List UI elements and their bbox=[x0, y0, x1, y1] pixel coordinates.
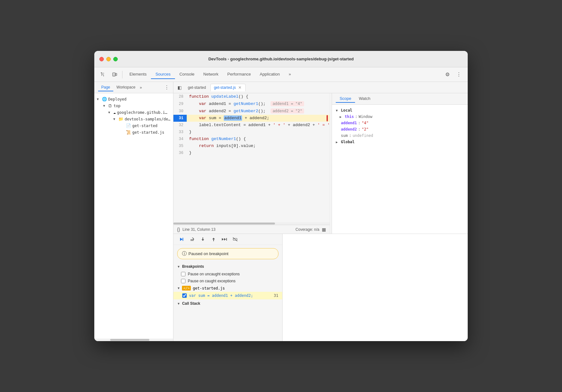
scope-sum[interactable]: sum : undefined bbox=[332, 132, 468, 139]
scope-this[interactable]: ▶ this : Window bbox=[332, 113, 468, 120]
tab-application[interactable]: Application bbox=[255, 70, 284, 79]
coverage-icon[interactable]: ▦ bbox=[322, 227, 326, 232]
tab-bar: Elements Sources Console Network Perform… bbox=[125, 70, 441, 79]
title-bar: DevTools - googlechrome.github.io/devtoo… bbox=[94, 51, 468, 67]
step-into-btn[interactable] bbox=[199, 236, 207, 243]
file-tree: ▼ 🌐 Deployed ▼ 🗋 top ▼ ☁ googlechrome.gi… bbox=[94, 93, 173, 339]
scope-tab-watch[interactable]: Watch bbox=[355, 95, 374, 103]
breakpoint-item[interactable]: var sum = addend1 + addend2; 31 bbox=[173, 292, 282, 299]
tree-item-get-started[interactable]: 📄 get-started bbox=[94, 122, 173, 129]
editor-tab-get-started[interactable]: get-started bbox=[185, 84, 209, 91]
deactivate-bp-btn[interactable] bbox=[231, 236, 239, 243]
step-over-btn[interactable] bbox=[188, 236, 196, 243]
bp-file-label: get-started.js bbox=[193, 286, 225, 291]
breakpoints-arrow: ▼ bbox=[177, 265, 180, 268]
deactivate-icon bbox=[233, 237, 238, 242]
scope-local-header[interactable]: ▼ Local bbox=[332, 107, 468, 113]
line-content-33: } bbox=[187, 129, 192, 136]
scope-arrow-global: ▶ bbox=[336, 140, 340, 144]
scope-global-header[interactable]: ▶ Global Window bbox=[332, 139, 468, 145]
line-content-36: } bbox=[187, 150, 192, 156]
close-button[interactable] bbox=[99, 57, 104, 61]
line-content-32: label.textContent = addend1 + ' + ' + ad… bbox=[187, 122, 330, 129]
get-started-js-label: get-started.js bbox=[132, 130, 164, 135]
left-scrollbar-thumb[interactable] bbox=[110, 339, 149, 341]
status-right: Coverage: n/a ▦ bbox=[296, 227, 326, 232]
step-out-btn[interactable] bbox=[209, 236, 218, 243]
settings-button[interactable]: ⚙ bbox=[442, 70, 453, 79]
deployed-icon: 🌐 bbox=[102, 97, 107, 101]
bp-checkbox[interactable] bbox=[182, 293, 187, 298]
breakpoint-file-header[interactable]: ▼ </> get-started.js bbox=[173, 285, 282, 292]
code-line-34: 34 function getNumber1() { bbox=[173, 136, 330, 143]
tab-network[interactable]: Network bbox=[199, 70, 223, 79]
scope-this-key: this bbox=[345, 114, 354, 119]
line-content-29: var addend1 = getNumber1();addend1 = "4" bbox=[187, 100, 304, 107]
file-icon: 📄 bbox=[126, 123, 131, 128]
line-num-32: 32 bbox=[173, 122, 187, 129]
code-editor[interactable]: 28 function updateLabel() { 29 var adden… bbox=[173, 93, 330, 222]
tree-item-devtools-samples[interactable]: ▼ 📁 devtools-samples/de… bbox=[94, 116, 173, 122]
pause-caught-checkbox[interactable] bbox=[181, 279, 185, 283]
left-tab-more[interactable]: » bbox=[140, 85, 142, 90]
tree-item-deployed[interactable]: ▼ 🌐 Deployed bbox=[94, 96, 173, 102]
tab-sources[interactable]: Sources bbox=[151, 70, 175, 79]
top-icon: 🗋 bbox=[108, 103, 112, 108]
line-num-36: 36 bbox=[173, 150, 187, 156]
tab-more[interactable]: » bbox=[284, 70, 295, 79]
svg-rect-9 bbox=[114, 76, 115, 76]
scope-tab-scope[interactable]: Scope bbox=[336, 95, 355, 103]
scope-global-label: Global bbox=[341, 140, 354, 144]
minimize-button[interactable] bbox=[106, 57, 111, 61]
scope-addend2[interactable]: addend2 : "2" bbox=[332, 126, 468, 132]
call-stack-header[interactable]: ▼ Call Stack bbox=[173, 299, 282, 308]
tree-arrow-deployed: ▼ bbox=[97, 97, 101, 101]
code-line-28: 28 function updateLabel() { bbox=[173, 93, 330, 100]
line-content-34: function getNumber1() { bbox=[187, 136, 246, 143]
pause-caught-checkbox-row[interactable]: Pause on caught exceptions bbox=[173, 278, 282, 285]
code-scrollbar[interactable] bbox=[173, 222, 330, 225]
left-tab-page[interactable]: Page bbox=[98, 84, 113, 91]
tab-elements[interactable]: Elements bbox=[125, 70, 151, 79]
step-btn[interactable] bbox=[220, 236, 228, 243]
more-options-button[interactable]: ⋮ bbox=[454, 70, 464, 79]
main-content: Page Workspace » ⋮ ▼ 🌐 Deployed ▼ 🗋 top bbox=[94, 82, 468, 341]
scope-tabs: Scope Watch bbox=[332, 93, 468, 105]
line-content-28: function updateLabel() { bbox=[187, 93, 248, 100]
status-bar: {} Line 31, Column 13 Coverage: n/a ▦ bbox=[173, 225, 330, 234]
code-scrollbar-thumb[interactable] bbox=[173, 223, 275, 224]
tab-performance[interactable]: Performance bbox=[223, 70, 255, 79]
line-num-28: 28 bbox=[173, 93, 187, 100]
editor-tab-label-1: get-started bbox=[188, 85, 206, 90]
editor-tab-close[interactable]: ✕ bbox=[238, 85, 242, 90]
tree-arrow-github: ▼ bbox=[108, 111, 112, 114]
editor-tab-get-started-js[interactable]: get-started.js ✕ bbox=[210, 84, 246, 91]
svg-rect-6 bbox=[103, 75, 104, 77]
resume-btn[interactable] bbox=[177, 236, 185, 243]
breakpoints-header[interactable]: ▼ Breakpoints bbox=[173, 262, 282, 271]
navigator-toggle[interactable]: ◧ bbox=[176, 84, 184, 91]
pause-uncaught-checkbox[interactable] bbox=[181, 272, 185, 276]
tree-item-get-started-js[interactable]: 📜 get-started.js bbox=[94, 129, 173, 136]
tab-console[interactable]: Console bbox=[175, 70, 199, 79]
svg-rect-23 bbox=[226, 238, 227, 241]
bp-line: 31 bbox=[274, 293, 278, 298]
svg-rect-3 bbox=[102, 73, 104, 73]
svg-rect-0 bbox=[101, 72, 102, 73]
get-started-label: get-started bbox=[132, 124, 157, 128]
paused-banner: ⓘ Paused on breakpoint bbox=[177, 248, 278, 259]
pretty-print-icon[interactable]: {} bbox=[177, 227, 180, 232]
device-toolbar-btn[interactable] bbox=[109, 70, 120, 79]
inspect-element-btn[interactable] bbox=[98, 70, 108, 79]
tree-item-top[interactable]: ▼ 🗋 top bbox=[94, 102, 173, 109]
tree-item-github[interactable]: ▼ ☁ googlechrome.github.i… bbox=[94, 109, 173, 116]
scope-addend1[interactable]: addend1 : "4" bbox=[332, 120, 468, 126]
left-tab-workspace[interactable]: Workspace bbox=[113, 84, 139, 91]
left-scrollbar[interactable] bbox=[94, 339, 173, 341]
left-tab-menu-icon[interactable]: ⋮ bbox=[164, 84, 169, 90]
bp-file-arrow: ▼ bbox=[177, 286, 180, 290]
call-stack-arrow: ▼ bbox=[177, 302, 180, 305]
line-content-31: var sum = addend1 + addend2; bbox=[187, 115, 270, 122]
zoom-button[interactable] bbox=[113, 57, 118, 61]
pause-uncaught-checkbox-row[interactable]: Pause on uncaught exceptions bbox=[173, 271, 282, 278]
